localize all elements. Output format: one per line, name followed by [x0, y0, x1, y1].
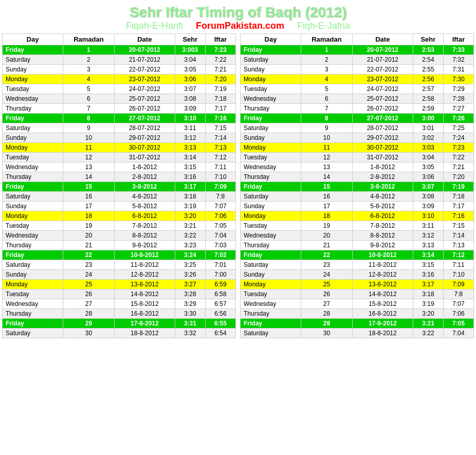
cell-day: Sunday: [241, 133, 301, 143]
table-row: Saturday221-07-20123:047:22: [3, 55, 236, 65]
cell-sehr: 3:17: [175, 182, 205, 192]
cell-sehr: 3:08: [175, 94, 205, 104]
table-row: Friday2917-8-20123:316:55: [3, 319, 236, 329]
col-sehr-jafria: Sehr: [413, 34, 443, 45]
cell-sehr: 2:56: [413, 75, 443, 84]
cell-iftar: 6:56: [205, 309, 235, 319]
cell-date: 16-8-2012: [114, 309, 175, 319]
cell-sehr: 3:04: [413, 153, 443, 162]
cell-day: Sunday: [3, 202, 63, 211]
cell-iftar: 7:04: [443, 329, 473, 338]
col-ramadan-jafria: Ramadan: [301, 34, 353, 45]
cell-ramadan: 4: [301, 75, 353, 84]
table-row: Tuesday524-07-20123:077:19: [3, 84, 236, 94]
cell-day: Sunday: [3, 133, 63, 143]
cell-day: Thursday: [241, 241, 301, 250]
cell-date: 27-07-2012: [114, 114, 175, 123]
cell-date: 16-8-2012: [352, 309, 413, 319]
cell-sehr: 3:06: [175, 75, 205, 84]
cell-date: 11-8-2012: [352, 260, 413, 270]
cell-date: 8-8-2012: [352, 231, 413, 241]
cell-sehr: 3:32: [175, 329, 205, 338]
cell-sehr: 2:58: [413, 94, 443, 104]
cell-date: 9-8-2012: [352, 241, 413, 250]
cell-ramadan: 11: [301, 143, 353, 153]
cell-day: Saturday: [3, 192, 63, 202]
table-row: Monday186-8-20123:207:06: [3, 211, 236, 221]
cell-date: 17-8-2012: [352, 319, 413, 329]
cell-iftar: 7:10: [205, 172, 235, 182]
cell-iftar: 7:09: [443, 280, 473, 289]
cell-ramadan: 27: [63, 299, 115, 309]
cell-date: 11-8-2012: [114, 260, 175, 270]
cell-day: Thursday: [3, 104, 63, 114]
cell-ramadan: 19: [63, 221, 115, 231]
cell-sehr: 3:01: [413, 123, 443, 133]
cell-date: 21-07-2012: [352, 55, 413, 65]
cell-iftar: 7:12: [205, 153, 235, 162]
cell-iftar: 7:18: [443, 192, 473, 202]
cell-ramadan: 7: [301, 104, 353, 114]
cell-day: Sunday: [241, 65, 301, 75]
cell-ramadan: 30: [301, 329, 353, 338]
cell-day: Sunday: [3, 65, 63, 75]
cell-ramadan: 3: [301, 65, 353, 75]
cell-day: Saturday: [3, 55, 63, 65]
cell-date: 7-8-2012: [114, 221, 175, 231]
cell-date: 18-8-2012: [114, 329, 175, 338]
cell-day: Wednesday: [3, 231, 63, 241]
cell-date: 24-07-2012: [114, 84, 175, 94]
cell-day: Friday: [241, 182, 301, 192]
cell-iftar: 7:20: [205, 75, 235, 84]
col-sehr-hanfi: Sehr: [175, 34, 205, 45]
cell-iftar: 7:15: [205, 123, 235, 133]
cell-sehr: 3:16: [175, 172, 205, 182]
cell-iftar: 7:17: [443, 202, 473, 211]
cell-iftar: 7:26: [443, 114, 473, 123]
table-row: Monday423-07-20123:067:20: [3, 75, 236, 84]
cell-iftar: 7:20: [443, 172, 473, 182]
cell-sehr: 3:04: [175, 55, 205, 65]
cell-day: Tuesday: [241, 221, 301, 231]
cell-ramadan: 17: [63, 202, 115, 211]
cell-day: Saturday: [3, 260, 63, 270]
cell-sehr: 3:12: [175, 133, 205, 143]
cell-sehr: 3:29: [175, 299, 205, 309]
cell-day: Sunday: [241, 202, 301, 211]
table-row: Thursday726-07-20122:597:27: [241, 104, 474, 114]
cell-day: Wednesday: [3, 94, 63, 104]
cell-date: 2-8-2012: [114, 172, 175, 182]
cell-date: 22-07-2012: [114, 65, 175, 75]
cell-ramadan: 12: [63, 153, 115, 162]
table-row: Saturday3018-8-20123:326:54: [3, 329, 236, 338]
cell-day: Friday: [241, 250, 301, 260]
subtitle: Fiqah-E-Hanfi ForumPakistan.com Fiqh-E-J…: [2, 21, 474, 31]
cell-iftar: 7:28: [443, 94, 473, 104]
cell-day: Thursday: [3, 309, 63, 319]
table-row: Tuesday197-8-20123:217:05: [3, 221, 236, 231]
cell-sehr: 3:19: [175, 202, 205, 211]
cell-date: 27-07-2012: [352, 114, 413, 123]
cell-ramadan: 18: [63, 211, 115, 221]
cell-date: 12-8-2012: [352, 270, 413, 280]
cell-sehr: 3:09: [413, 202, 443, 211]
cell-ramadan: 10: [301, 133, 353, 143]
table-row: Monday2513-8-20123:177:09: [241, 280, 474, 289]
cell-date: 9-8-2012: [114, 241, 175, 250]
table-divider: [236, 33, 240, 338]
cell-day: Thursday: [241, 172, 301, 182]
cell-ramadan: 13: [301, 162, 353, 172]
cell-iftar: 7:8: [205, 192, 235, 202]
cell-sehr: 3:02: [413, 133, 443, 143]
cell-iftar: 7:16: [443, 211, 473, 221]
table-row: Monday2513-8-20123:276:59: [3, 280, 236, 289]
table-row: Wednesday2715-8-20123:296:57: [3, 299, 236, 309]
cell-iftar: 7:33: [443, 45, 473, 55]
cell-sehr: 3:13: [175, 143, 205, 153]
cell-date: 17-8-2012: [114, 319, 175, 329]
table-row: Friday827-07-20123:007:26: [241, 114, 474, 123]
cell-date: 22-07-2012: [352, 65, 413, 75]
cell-date: 2-8-2012: [352, 172, 413, 182]
cell-sehr: 3:10: [175, 114, 205, 123]
cell-day: Saturday: [241, 192, 301, 202]
